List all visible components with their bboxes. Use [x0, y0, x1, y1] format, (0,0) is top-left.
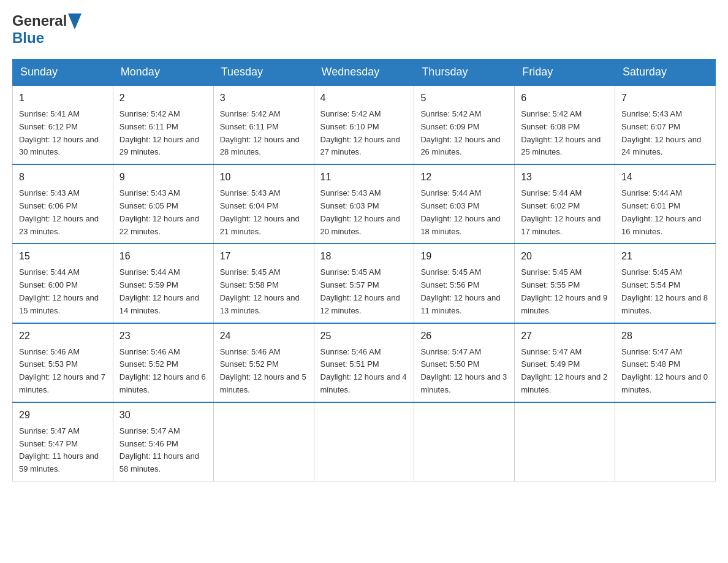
calendar-cell: 28 Sunrise: 5:47 AMSunset: 5:48 PMDaylig…: [615, 323, 716, 402]
day-info: Sunrise: 5:43 AMSunset: 6:06 PMDaylight:…: [19, 188, 99, 236]
day-info: Sunrise: 5:47 AMSunset: 5:47 PMDaylight:…: [19, 426, 99, 473]
calendar-header-tuesday: Tuesday: [213, 59, 314, 86]
day-number: 14: [621, 170, 709, 185]
calendar-cell: 25 Sunrise: 5:46 AMSunset: 5:51 PMDaylig…: [314, 323, 414, 402]
calendar-cell: 27 Sunrise: 5:47 AMSunset: 5:49 PMDaylig…: [515, 323, 615, 402]
day-info: Sunrise: 5:44 AMSunset: 6:02 PMDaylight:…: [521, 188, 601, 236]
calendar-cell: [213, 402, 314, 481]
calendar-cell: 9 Sunrise: 5:43 AMSunset: 6:05 PMDayligh…: [113, 164, 213, 243]
day-info: Sunrise: 5:42 AMSunset: 6:09 PMDaylight:…: [420, 109, 500, 156]
calendar-cell: 26 Sunrise: 5:47 AMSunset: 5:50 PMDaylig…: [414, 323, 515, 402]
calendar-cell: 13 Sunrise: 5:44 AMSunset: 6:02 PMDaylig…: [515, 164, 615, 243]
day-info: Sunrise: 5:47 AMSunset: 5:49 PMDaylight:…: [521, 347, 607, 394]
day-info: Sunrise: 5:46 AMSunset: 5:52 PMDaylight:…: [119, 347, 206, 394]
day-number: 24: [220, 329, 308, 343]
day-number: 10: [220, 170, 308, 185]
calendar-header-saturday: Saturday: [615, 59, 716, 86]
day-info: Sunrise: 5:46 AMSunset: 5:53 PMDaylight:…: [19, 347, 105, 394]
calendar-cell: 15 Sunrise: 5:44 AMSunset: 6:00 PMDaylig…: [13, 243, 113, 323]
svg-marker-0: [68, 13, 82, 29]
day-info: Sunrise: 5:43 AMSunset: 6:04 PMDaylight:…: [220, 188, 300, 236]
day-info: Sunrise: 5:47 AMSunset: 5:50 PMDaylight:…: [420, 347, 507, 394]
calendar-week-row: 29 Sunrise: 5:47 AMSunset: 5:47 PMDaylig…: [13, 402, 716, 481]
day-number: 18: [320, 249, 408, 264]
day-number: 30: [119, 408, 207, 423]
day-info: Sunrise: 5:42 AMSunset: 6:11 PMDaylight:…: [220, 109, 300, 156]
calendar-cell: 10 Sunrise: 5:43 AMSunset: 6:04 PMDaylig…: [213, 164, 314, 243]
day-number: 3: [220, 91, 308, 105]
calendar-cell: 12 Sunrise: 5:44 AMSunset: 6:03 PMDaylig…: [414, 164, 515, 243]
calendar-cell: 29 Sunrise: 5:47 AMSunset: 5:47 PMDaylig…: [13, 402, 113, 481]
day-info: Sunrise: 5:44 AMSunset: 6:00 PMDaylight:…: [19, 267, 99, 315]
day-info: Sunrise: 5:43 AMSunset: 6:03 PMDaylight:…: [320, 188, 400, 236]
calendar-cell: 6 Sunrise: 5:42 AMSunset: 6:08 PMDayligh…: [515, 85, 615, 164]
calendar-table: SundayMondayTuesdayWednesdayThursdayFrid…: [12, 59, 716, 481]
calendar-cell: 17 Sunrise: 5:45 AMSunset: 5:58 PMDaylig…: [213, 243, 314, 323]
calendar-cell: 11 Sunrise: 5:43 AMSunset: 6:03 PMDaylig…: [314, 164, 414, 243]
calendar-header-monday: Monday: [113, 59, 213, 86]
day-number: 9: [119, 170, 207, 185]
calendar-cell: 16 Sunrise: 5:44 AMSunset: 5:59 PMDaylig…: [113, 243, 213, 323]
calendar-header-row: SundayMondayTuesdayWednesdayThursdayFrid…: [13, 59, 716, 86]
logo-general-text: General: [12, 12, 67, 29]
logo: General Blue: [12, 12, 82, 47]
day-info: Sunrise: 5:46 AMSunset: 5:52 PMDaylight:…: [220, 347, 306, 394]
day-number: 28: [621, 329, 709, 343]
calendar-cell: [314, 402, 414, 481]
day-number: 16: [119, 249, 207, 264]
day-number: 29: [19, 408, 107, 423]
day-number: 7: [621, 91, 709, 105]
calendar-cell: 23 Sunrise: 5:46 AMSunset: 5:52 PMDaylig…: [113, 323, 213, 402]
day-number: 13: [521, 170, 609, 185]
day-info: Sunrise: 5:43 AMSunset: 6:05 PMDaylight:…: [119, 188, 199, 236]
calendar-header-sunday: Sunday: [13, 59, 113, 86]
day-number: 27: [521, 329, 609, 343]
calendar-cell: 4 Sunrise: 5:42 AMSunset: 6:10 PMDayligh…: [314, 85, 414, 164]
day-info: Sunrise: 5:42 AMSunset: 6:11 PMDaylight:…: [119, 109, 199, 156]
day-info: Sunrise: 5:42 AMSunset: 6:08 PMDaylight:…: [521, 109, 601, 156]
calendar-cell: 22 Sunrise: 5:46 AMSunset: 5:53 PMDaylig…: [13, 323, 113, 402]
day-info: Sunrise: 5:44 AMSunset: 6:01 PMDaylight:…: [621, 188, 701, 236]
day-number: 26: [420, 329, 508, 343]
calendar-header-thursday: Thursday: [414, 59, 515, 86]
calendar-cell: 3 Sunrise: 5:42 AMSunset: 6:11 PMDayligh…: [213, 85, 314, 164]
day-number: 2: [119, 91, 207, 105]
day-number: 6: [521, 91, 609, 105]
day-info: Sunrise: 5:46 AMSunset: 5:51 PMDaylight:…: [320, 347, 407, 394]
calendar-week-row: 1 Sunrise: 5:41 AMSunset: 6:12 PMDayligh…: [13, 85, 716, 164]
day-number: 12: [420, 170, 508, 185]
day-number: 20: [521, 249, 609, 264]
calendar-cell: 8 Sunrise: 5:43 AMSunset: 6:06 PMDayligh…: [13, 164, 113, 243]
logo-triangle-icon: [68, 13, 82, 29]
calendar-cell: [615, 402, 716, 481]
day-info: Sunrise: 5:43 AMSunset: 6:07 PMDaylight:…: [621, 109, 701, 156]
calendar-cell: 30 Sunrise: 5:47 AMSunset: 5:46 PMDaylig…: [113, 402, 213, 481]
calendar-header-friday: Friday: [515, 59, 615, 86]
day-info: Sunrise: 5:44 AMSunset: 5:59 PMDaylight:…: [119, 267, 199, 315]
day-info: Sunrise: 5:45 AMSunset: 5:54 PMDaylight:…: [621, 267, 708, 315]
day-number: 5: [420, 91, 508, 105]
day-number: 22: [19, 329, 107, 343]
day-number: 25: [320, 329, 408, 343]
day-info: Sunrise: 5:47 AMSunset: 5:46 PMDaylight:…: [119, 426, 199, 473]
day-number: 21: [621, 249, 709, 264]
day-info: Sunrise: 5:45 AMSunset: 5:58 PMDaylight:…: [220, 267, 300, 315]
page-header: General Blue: [12, 12, 716, 47]
day-number: 15: [19, 249, 107, 264]
day-number: 23: [119, 329, 207, 343]
calendar-cell: 24 Sunrise: 5:46 AMSunset: 5:52 PMDaylig…: [213, 323, 314, 402]
calendar-cell: 19 Sunrise: 5:45 AMSunset: 5:56 PMDaylig…: [414, 243, 515, 323]
day-info: Sunrise: 5:45 AMSunset: 5:56 PMDaylight:…: [420, 267, 500, 315]
day-number: 1: [19, 91, 107, 105]
calendar-cell: 18 Sunrise: 5:45 AMSunset: 5:57 PMDaylig…: [314, 243, 414, 323]
calendar-cell: [414, 402, 515, 481]
calendar-header-wednesday: Wednesday: [314, 59, 414, 86]
calendar-week-row: 22 Sunrise: 5:46 AMSunset: 5:53 PMDaylig…: [13, 323, 716, 402]
calendar-cell: 21 Sunrise: 5:45 AMSunset: 5:54 PMDaylig…: [615, 243, 716, 323]
day-info: Sunrise: 5:44 AMSunset: 6:03 PMDaylight:…: [420, 188, 500, 236]
calendar-cell: 14 Sunrise: 5:44 AMSunset: 6:01 PMDaylig…: [615, 164, 716, 243]
day-info: Sunrise: 5:45 AMSunset: 5:55 PMDaylight:…: [521, 267, 607, 315]
day-number: 4: [320, 91, 408, 105]
calendar-cell: 7 Sunrise: 5:43 AMSunset: 6:07 PMDayligh…: [615, 85, 716, 164]
calendar-cell: 2 Sunrise: 5:42 AMSunset: 6:11 PMDayligh…: [113, 85, 213, 164]
